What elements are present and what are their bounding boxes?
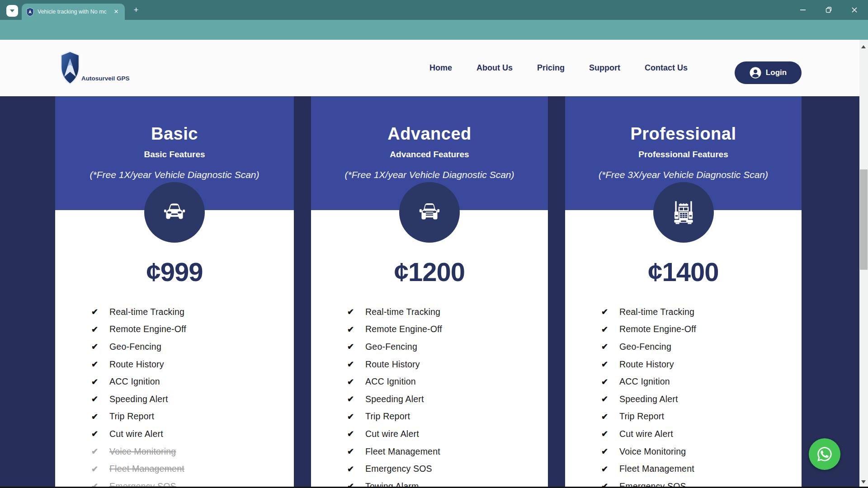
plan-icon-circle	[653, 182, 714, 243]
feature-item: ✔Real-time Tracking	[91, 303, 287, 321]
feature-item: ✔Speeding Alert	[347, 390, 541, 408]
plan-title: Advanced	[311, 124, 548, 144]
plan-title: Basic	[55, 124, 294, 144]
check-icon: ✔	[347, 412, 357, 422]
check-icon: ✔	[347, 377, 357, 387]
feature-list: ✔Real-time Tracking✔Remote Engine-Off✔Ge…	[601, 303, 794, 487]
feature-label: ACC Ignition	[619, 376, 670, 387]
plan-note: (*Free 1X/year Vehicle Diagnostic Scan)	[311, 169, 548, 180]
feature-item: ✔Trip Report	[91, 408, 287, 426]
nav-item-support[interactable]: Support	[589, 63, 620, 73]
feature-item: ✔Towing Alarm	[347, 478, 541, 487]
feature-item: ✔Voice Monitoring	[91, 443, 287, 460]
feature-list: ✔Real-time Tracking✔Remote Engine-Off✔Ge…	[347, 303, 541, 487]
check-icon: ✔	[347, 324, 357, 334]
check-icon: ✔	[601, 324, 611, 334]
main-navigation: Home About Us Pricing Support Contact Us	[429, 40, 688, 96]
plan-note: (*Free 3X/year Vehicle Diagnostic Scan)	[565, 169, 802, 180]
scrollbar-thumb[interactable]	[860, 169, 868, 270]
feature-label: ACC Ignition	[109, 376, 160, 387]
plan-subtitle: Advanced Features	[311, 150, 548, 160]
feature-item: ✔Cut wire Alert	[347, 425, 541, 443]
feature-item: ✔ACC Ignition	[601, 373, 794, 390]
feature-item: ✔Route History	[601, 356, 794, 373]
scrollbar-track[interactable]	[859, 40, 868, 488]
tab-search-button[interactable]	[6, 5, 18, 17]
feature-item: ✔Geo-Fencing	[347, 338, 541, 356]
site-logo-text[interactable]: Autosurveil GPS	[81, 75, 130, 82]
new-tab-button[interactable]: +	[131, 5, 141, 15]
feature-label: Fleet Management	[109, 464, 184, 474]
check-icon: ✔	[347, 394, 357, 404]
feature-item: ✔ACC Ignition	[91, 373, 287, 390]
window-minimize-button[interactable]	[796, 5, 810, 15]
tab-close-icon[interactable]: ✕	[112, 8, 120, 16]
scroll-up-icon[interactable]	[861, 45, 866, 48]
feature-label: Trip Report	[365, 411, 410, 422]
check-icon: ✔	[601, 412, 611, 422]
feature-label: Remote Engine-Off	[365, 324, 442, 334]
feature-item: ✔Speeding Alert	[601, 390, 794, 408]
feature-item: ✔Remote Engine-Off	[601, 321, 794, 338]
check-icon: ✔	[347, 359, 357, 369]
feature-item: ✔ACC Ignition	[347, 373, 541, 390]
login-button[interactable]: Login	[735, 61, 802, 84]
feature-item: ✔Remote Engine-Off	[91, 321, 287, 338]
nav-item-about-us[interactable]: About Us	[476, 63, 513, 73]
nav-item-contact-us[interactable]: Contact Us	[645, 63, 688, 73]
feature-label: Remote Engine-Off	[109, 324, 186, 334]
window-close-button[interactable]	[848, 5, 861, 15]
feature-label: Route History	[109, 359, 164, 370]
check-icon: ✔	[91, 342, 101, 352]
pricing-card-advanced: Advanced Advanced Features (*Free 1X/yea…	[311, 96, 548, 487]
check-icon: ✔	[601, 342, 611, 352]
check-icon: ✔	[91, 324, 101, 334]
check-icon: ✔	[601, 377, 611, 387]
check-icon: ✔	[91, 377, 101, 387]
truck-icon	[669, 197, 698, 227]
check-icon: ✔	[347, 429, 357, 439]
check-icon: ✔	[601, 394, 611, 404]
check-icon: ✔	[601, 359, 611, 369]
check-icon: ✔	[601, 307, 611, 317]
check-icon: ✔	[91, 412, 101, 422]
feature-item: ✔Real-time Tracking	[601, 303, 794, 321]
user-icon	[750, 67, 761, 79]
plan-price: ¢1400	[565, 257, 802, 287]
plan-price: ¢1200	[311, 257, 548, 287]
feature-label: Emergency SOS	[365, 464, 432, 474]
feature-label: Geo-Fencing	[619, 342, 671, 352]
feature-label: Voice Monitoring	[619, 446, 686, 457]
feature-label: Speeding Alert	[109, 394, 168, 404]
browser-tab[interactable]: Vehicle tracking with No month ✕	[22, 4, 125, 20]
feature-item: ✔Speeding Alert	[91, 390, 287, 408]
feature-label: Real-time Tracking	[365, 307, 440, 317]
nav-item-home[interactable]: Home	[429, 63, 452, 73]
plan-price: ¢999	[55, 257, 294, 287]
plan-icon-circle	[144, 182, 205, 243]
window-restore-button[interactable]	[822, 5, 835, 15]
shield-logo-icon	[60, 51, 80, 85]
nav-item-pricing[interactable]: Pricing	[537, 63, 565, 73]
check-icon: ✔	[347, 446, 357, 456]
close-icon	[851, 7, 858, 13]
feature-item: ✔Real-time Tracking	[347, 303, 541, 321]
feature-item: ✔Fleet Management	[91, 460, 287, 478]
browser-tab-strip: Vehicle tracking with No month ✕ +	[0, 0, 868, 20]
feature-item: ✔Fleet Management	[347, 443, 541, 460]
feature-label: Route History	[619, 359, 674, 370]
scroll-down-icon[interactable]	[861, 480, 866, 483]
check-icon: ✔	[601, 429, 611, 439]
check-icon: ✔	[91, 464, 101, 474]
site-logo[interactable]	[60, 51, 80, 85]
feature-label: Remote Engine-Off	[619, 324, 696, 334]
feature-label: Geo-Fencing	[365, 342, 417, 352]
feature-item: ✔Emergency SOS	[91, 478, 287, 487]
whatsapp-button[interactable]	[809, 438, 840, 470]
minimize-icon	[800, 7, 806, 13]
feature-item: ✔Route History	[347, 356, 541, 373]
site-header: Autosurveil GPS Home About Us Pricing Su…	[0, 40, 859, 96]
page-viewport: Autosurveil GPS Home About Us Pricing Su…	[0, 40, 859, 487]
feature-item: ✔Emergency SOS	[347, 460, 541, 478]
check-icon: ✔	[91, 481, 101, 487]
